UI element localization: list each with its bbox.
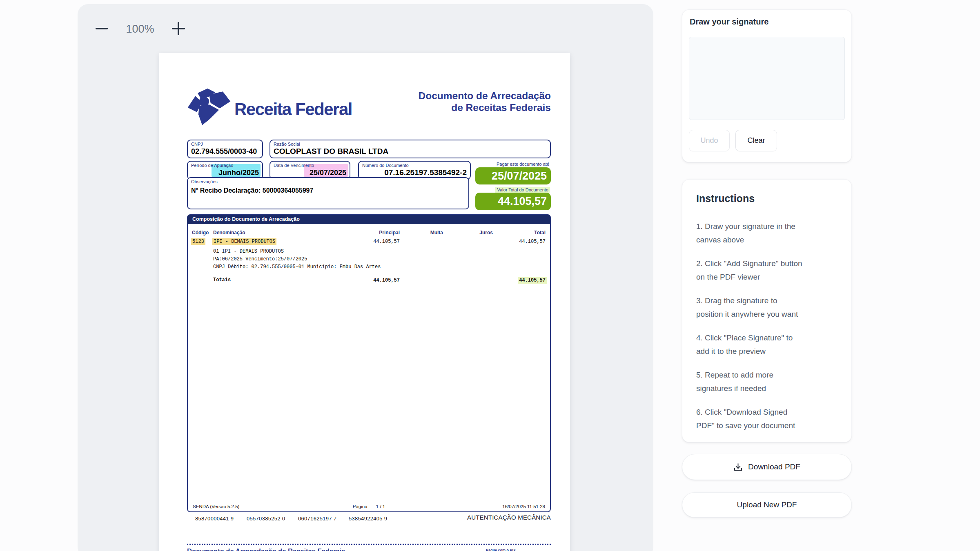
page-cut-separator bbox=[187, 544, 551, 545]
instructions-steps: 1. Draw your signature in thecanvas abov… bbox=[696, 220, 841, 442]
instruction-step: 4. Click "Place Signature" toadd it to t… bbox=[696, 331, 841, 358]
barcode-number: 53854922405 9 bbox=[349, 515, 387, 522]
composition-table: Composição do Documento de Arrecadação C… bbox=[187, 214, 551, 512]
clear-button[interactable]: Clear bbox=[735, 130, 777, 151]
barcode-number: 05570385252 0 bbox=[247, 515, 285, 522]
barcode-number: 85870000441 9 bbox=[195, 515, 234, 522]
minus-icon bbox=[95, 22, 108, 36]
valor-total-value: 44.105,57 bbox=[475, 193, 551, 210]
valor-total-label: Valor Total do Documento bbox=[495, 187, 550, 193]
detail-line: PA:06/2025 Vencimento:25/07/2025 bbox=[213, 256, 307, 262]
detail-line: 01 IPI - DEMAIS PRODUTOS bbox=[213, 249, 284, 254]
next-page-title: Documento de Arrecadação de Receitas Fed… bbox=[187, 547, 345, 551]
signature-title: Draw your signature bbox=[690, 17, 768, 27]
document-title: Documento de Arrecadação de Receitas Fed… bbox=[419, 90, 551, 113]
app-version: SENDA (Versão:5.2.5) bbox=[193, 504, 239, 509]
instructions-card: Instructions 1. Draw your signature in t… bbox=[682, 179, 852, 442]
undo-button[interactable]: Undo bbox=[689, 130, 730, 151]
auth-label: AUTENTICAÇÃO MECÂNICA bbox=[467, 514, 551, 521]
zoom-level: 100% bbox=[120, 20, 160, 38]
instruction-step: 2. Click "Add Signature" buttonon the PD… bbox=[696, 257, 841, 284]
totals-total: 44.105,57 bbox=[188, 278, 547, 283]
upload-new-pdf-label: Upload New PDF bbox=[737, 500, 797, 509]
detail-line: CNPJ Débito: 02.794.555/0005-01 Municípi… bbox=[213, 264, 381, 270]
page-indicator: Página: 1 / 1 bbox=[353, 504, 385, 509]
barcode-number: 06071625197 7 bbox=[298, 515, 336, 522]
field-razao-social: Razão Social COLOPLAST DO BRASIL LTDA bbox=[270, 140, 551, 158]
download-pdf-label: Download PDF bbox=[748, 462, 800, 471]
download-pdf-button[interactable]: Download PDF bbox=[682, 454, 852, 480]
pix-label: Pague com o PIX bbox=[486, 548, 516, 551]
signature-canvas[interactable] bbox=[689, 37, 845, 120]
receita-federal-logo-text: Receita Federal bbox=[234, 100, 352, 119]
field-observacoes: Observações Nº Recibo Declaração: 500003… bbox=[187, 177, 469, 209]
field-cnpj: CNPJ 02.794.555/0003-40 bbox=[187, 140, 263, 158]
composition-table-title: Composição do Documento de Arrecadação bbox=[187, 215, 550, 224]
pdf-viewer-panel: 100% Receita Federal Documento de Arreca… bbox=[78, 4, 653, 551]
zoom-in-button[interactable] bbox=[169, 20, 187, 38]
zoom-out-button[interactable] bbox=[93, 20, 111, 38]
pagar-ate-label: Pagar este documento até bbox=[497, 162, 549, 167]
instruction-step: 6. Click "Download SignedPDF" to save yo… bbox=[696, 405, 841, 432]
instruction-step: 5. Repeat to add moresignatures if neede… bbox=[696, 368, 841, 395]
pdf-page: Receita Federal Documento de Arrecadação… bbox=[159, 53, 570, 551]
instruction-step: 3. Drag the signature toposition it anyw… bbox=[696, 294, 841, 321]
download-icon bbox=[733, 462, 743, 472]
upload-new-pdf-button[interactable]: Upload New PDF bbox=[682, 492, 852, 518]
pagar-ate-value: 25/07/2025 bbox=[475, 167, 551, 184]
col-total: Total bbox=[188, 230, 546, 236]
signature-card: Draw your signature Undo Clear bbox=[682, 9, 852, 162]
instructions-title: Instructions bbox=[696, 193, 755, 204]
row-total: 44.105,57 bbox=[188, 239, 546, 244]
plus-icon bbox=[171, 21, 186, 37]
instruction-step: 1. Draw your signature in thecanvas abov… bbox=[696, 220, 841, 247]
print-datetime: 16/07/2025 11:51:28 bbox=[502, 504, 545, 509]
receita-federal-logo-icon bbox=[186, 87, 232, 130]
